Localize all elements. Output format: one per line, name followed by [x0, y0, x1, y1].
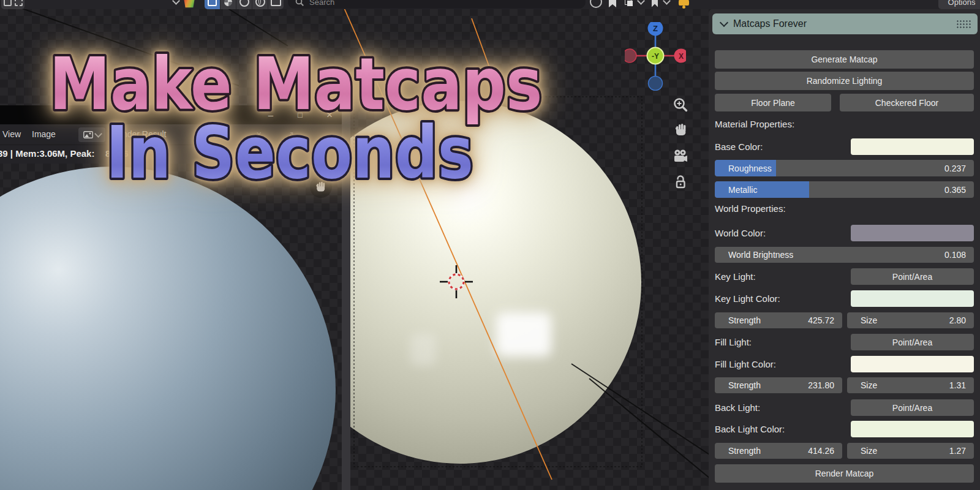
filter-circle-icon[interactable]	[589, 0, 603, 9]
3d-cursor-icon	[440, 265, 473, 298]
axis-neg-z-ball	[649, 77, 663, 91]
linked-copies-icon[interactable]	[622, 0, 635, 9]
lock-icon[interactable]	[673, 175, 688, 189]
back-size-label: Size	[861, 443, 877, 459]
render-matcap-button[interactable]: Render Matcap	[715, 464, 974, 483]
generate-matcap-button[interactable]: Generate Matcap	[715, 50, 974, 69]
back-light-type-dropdown[interactable]: Point/Area	[851, 399, 974, 416]
fill-size-value: 1.31	[949, 377, 966, 393]
world-color-swatch[interactable]	[851, 225, 974, 241]
matcap-shield-icon[interactable]	[183, 0, 196, 9]
flag-icon[interactable]	[650, 0, 659, 9]
roughness-value: 0.237	[944, 160, 966, 176]
shading-mode-preview[interactable]	[268, 0, 284, 9]
light-wire-black-1	[12, 5, 239, 86]
back-strength-field[interactable]: Strength 414.26	[715, 443, 842, 459]
chevron-down-icon	[94, 130, 102, 138]
image-editor-menubar: View Image Render Result × ↗	[0, 124, 342, 145]
back-size-value: 1.27	[949, 443, 966, 459]
world-properties-header: World Properties:	[715, 203, 974, 214]
fill-light-type-dropdown[interactable]: Point/Area	[851, 334, 974, 350]
key-strength-label: Strength	[728, 312, 761, 328]
fill-light-label: Fill Light:	[715, 337, 752, 347]
bookmark-icon[interactable]	[608, 0, 617, 9]
expand-icon[interactable]: ↗	[287, 124, 295, 145]
randomize-lighting-button[interactable]: Randomize Lighting	[715, 72, 974, 90]
key-light-type-dropdown[interactable]: Point/Area	[851, 268, 974, 285]
zoom-icon[interactable]	[673, 97, 688, 113]
image-name[interactable]: Render Result	[111, 124, 167, 145]
key-strength-field[interactable]: Strength 425.72	[715, 312, 842, 328]
chevron-down-icon	[172, 0, 180, 4]
fill-light-color-label: Fill Light Color:	[715, 359, 776, 369]
back-light-label: Back Light:	[715, 402, 760, 413]
light-wire-orange-2	[472, 18, 496, 86]
floor-plane-button[interactable]: Floor Plane	[715, 94, 831, 111]
globe-icon	[255, 0, 265, 7]
camera-icon[interactable]	[673, 149, 688, 164]
top-header-bar: Search Options	[0, 0, 980, 9]
fill-strength-label: Strength	[728, 377, 761, 393]
snap-buttons[interactable]	[1, 0, 24, 9]
shading-mode-rendered[interactable]	[236, 0, 252, 9]
world-brightness-field[interactable]: World Brightness 0.108	[715, 247, 974, 263]
close-button[interactable]: ×	[322, 105, 337, 124]
axis-neg-y-label: -Y	[652, 52, 659, 61]
base-color-swatch[interactable]	[851, 138, 974, 155]
metallic-label: Metallic	[728, 181, 757, 198]
back-light-color-label: Back Light Color:	[715, 424, 785, 434]
roughness-slider[interactable]: Roughness 0.237	[715, 160, 974, 176]
light-wire-black-4	[589, 379, 717, 484]
panel-header[interactable]: Matcaps Forever	[712, 13, 978, 34]
search-icon	[295, 0, 304, 7]
search-placeholder: Search	[309, 0, 334, 7]
chevron-down-icon	[637, 0, 645, 4]
copy-image-icon[interactable]	[209, 130, 217, 140]
shading-mode-solid[interactable]	[205, 0, 220, 9]
back-size-field[interactable]: Size 1.27	[847, 443, 974, 459]
world-brightness-value: 0.108	[944, 247, 966, 263]
linked-copies-chevron[interactable]	[637, 0, 644, 9]
axis-gizmo-icon[interactable]: Z X -Y	[625, 22, 686, 91]
snap-icon	[15, 0, 23, 6]
minimize-button[interactable]: –	[263, 105, 278, 124]
menu-image[interactable]: Image	[32, 124, 56, 145]
search-input[interactable]: Search	[288, 0, 586, 9]
shading-chevron[interactable]	[172, 0, 180, 9]
shading-mode-material[interactable]	[221, 0, 236, 9]
drag-handle-icon[interactable]	[956, 20, 971, 28]
flag-chevron[interactable]	[663, 0, 670, 9]
shading-mode-world[interactable]	[252, 0, 268, 9]
key-light-color-swatch[interactable]	[851, 290, 974, 307]
metallic-slider[interactable]: Metallic 0.365	[715, 181, 974, 198]
matcaps-forever-panel: Matcaps Forever Generate Matcap Randomiz…	[709, 9, 980, 490]
back-light-color-swatch[interactable]	[851, 421, 974, 437]
fill-size-field[interactable]: Size 1.31	[847, 377, 974, 393]
fill-size-label: Size	[861, 377, 877, 393]
fill-strength-field[interactable]: Strength 231.80	[715, 377, 842, 393]
key-size-label: Size	[861, 312, 877, 328]
checker-sphere-icon	[224, 0, 232, 6]
checkered-floor-button[interactable]: Checkered Floor	[840, 94, 974, 111]
key-size-field[interactable]: Size 2.80	[847, 312, 974, 328]
image-type-dropdown[interactable]	[78, 127, 105, 142]
bell-icon[interactable]	[676, 0, 691, 9]
window-titlebar[interactable]: – □ ×	[0, 105, 342, 124]
pan-hand-backdrop[interactable]	[310, 176, 332, 198]
unlink-icon[interactable]: ×	[256, 124, 262, 145]
proportional-icon	[4, 0, 12, 6]
memory-peak-value: 83.06	[105, 148, 129, 159]
options-button[interactable]: Options	[938, 0, 980, 9]
fill-light-color-swatch[interactable]	[851, 356, 974, 372]
collapse-chevron-icon[interactable]	[720, 18, 728, 27]
light-wire-black-3	[571, 364, 729, 467]
image-icon	[83, 131, 93, 138]
world-color-label: World Color:	[715, 228, 766, 238]
menu-view[interactable]: View	[2, 124, 21, 145]
base-color-label: Base Color:	[715, 141, 763, 152]
key-light-color-label: Key Light Color:	[715, 293, 780, 304]
maximize-button[interactable]: □	[293, 105, 307, 124]
blender-screenshot: { "topbar": { "search_placeholder": "Sea…	[0, 0, 980, 490]
key-strength-value: 425.72	[808, 312, 834, 328]
pan-hand-icon[interactable]	[674, 123, 688, 137]
